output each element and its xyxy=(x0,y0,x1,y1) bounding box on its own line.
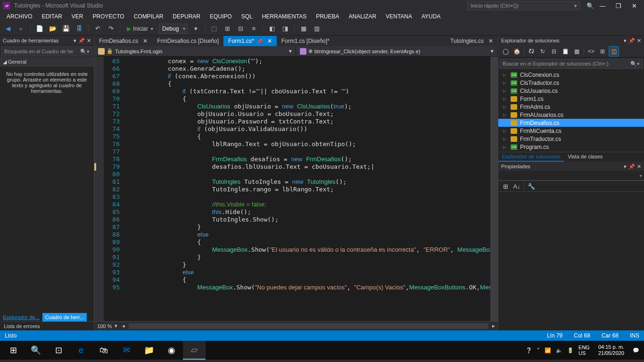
tree-item[interactable]: ▷C#Program.cs xyxy=(498,143,644,151)
pin-icon[interactable]: 📌 xyxy=(78,38,85,43)
vs-taskbar-icon[interactable]: ▱ xyxy=(183,341,206,360)
horizontal-scrollbar[interactable] xyxy=(129,323,488,329)
close-button[interactable]: ✕ xyxy=(627,2,641,9)
tool-icon-4[interactable]: ≡ xyxy=(248,24,259,34)
vertical-scrollbar[interactable] xyxy=(490,57,498,321)
system-tray[interactable]: ❔ ˄ 📶 🔈 🔋 ENG US 04:15 p. m. 21/05/2020 … xyxy=(526,344,642,356)
sol-design-icon[interactable]: ⊞ xyxy=(597,46,608,57)
new-project-icon[interactable]: 📄 xyxy=(34,24,45,34)
tree-item[interactable]: ▷FrmDesafios.cs xyxy=(498,119,644,127)
close-panel-icon[interactable]: ✕ xyxy=(87,38,91,43)
toolbox-group-general[interactable]: ◢ General xyxy=(0,58,94,66)
pin-icon[interactable]: 📌 xyxy=(628,38,635,43)
menu-analizar[interactable]: ANALIZAR xyxy=(345,12,380,21)
props-alpha-icon[interactable]: A↓ xyxy=(512,181,522,191)
zoom-level[interactable]: 100 % xyxy=(97,323,112,329)
network-icon[interactable]: 📶 xyxy=(545,347,551,354)
nav-fwd-icon[interactable]: ▸ xyxy=(16,24,26,34)
tree-item[interactable]: ▷Form1.cs xyxy=(498,95,644,103)
tree-item[interactable]: ▷FrmAdmi.cs xyxy=(498,103,644,111)
dropdown-icon[interactable]: ▾ xyxy=(74,38,76,43)
open-icon[interactable]: 📂 xyxy=(48,24,58,34)
battery-icon[interactable]: 🔋 xyxy=(567,347,574,354)
tree-item[interactable]: ▷C#ClsConexion.cs xyxy=(498,71,644,79)
search-button[interactable]: 🔍 xyxy=(25,341,47,360)
save-all-icon[interactable]: 🗄 xyxy=(74,24,84,34)
pin-icon[interactable]: 📌 xyxy=(628,164,635,169)
doc-tab[interactable]: FrmDesafios.cs✕ xyxy=(94,36,152,46)
doc-tab[interactable]: TutoIngles.cs✕ xyxy=(446,36,498,46)
notifications-icon[interactable]: 💬 xyxy=(633,347,639,354)
properties-object-combo[interactable]: ▾ xyxy=(498,171,644,181)
menu-depurar[interactable]: DEPURAR xyxy=(169,12,204,21)
tool-icon-8[interactable]: ▥ xyxy=(312,24,322,34)
start-debug-button[interactable]: ▶Iniciar▾ xyxy=(124,25,156,33)
chrome-icon[interactable]: ◉ xyxy=(160,341,183,360)
menu-ver[interactable]: VER xyxy=(68,12,87,21)
sol-back-icon[interactable]: ◯ xyxy=(500,46,511,57)
close-panel-icon[interactable]: ✕ xyxy=(637,38,641,43)
maximize-button[interactable]: ❐ xyxy=(611,2,626,9)
props-categorized-icon[interactable]: ⊞ xyxy=(500,181,511,191)
tool-icon-5[interactable]: ◧ xyxy=(267,24,277,34)
sol-code-icon[interactable]: <> xyxy=(586,46,596,57)
redo-icon[interactable]: ↷ xyxy=(106,24,116,34)
menu-editar[interactable]: EDITAR xyxy=(38,12,66,21)
hscroll-right-icon[interactable]: ▸ xyxy=(492,323,495,329)
hscroll-left-icon[interactable]: ◂ xyxy=(122,323,125,329)
tree-item[interactable]: ▷FrmMiCuenta.cs xyxy=(498,127,644,135)
menu-herramientas[interactable]: HERRAMIENTAS xyxy=(258,12,310,21)
tab-toolbox[interactable]: Cuadro de herr... xyxy=(42,313,87,321)
sol-sync-icon[interactable]: 🗘 xyxy=(526,46,537,57)
menu-compilar[interactable]: COMPILAR xyxy=(130,12,167,21)
task-view-button[interactable]: ⊡ xyxy=(47,341,70,360)
doc-tab[interactable]: Form1.cs*📌✕ xyxy=(223,36,277,46)
tool-icon-2[interactable]: ⊞ xyxy=(222,24,232,34)
tool-icon-6[interactable]: ◨ xyxy=(280,24,290,34)
menu-ventana[interactable]: VENTANA xyxy=(382,12,416,21)
class-combo[interactable]: 🔒 TutoIngles.FrmLogin▾ xyxy=(94,46,296,56)
menu-equipo[interactable]: EQUIPO xyxy=(206,12,236,21)
save-icon[interactable]: 💾 xyxy=(61,24,71,34)
mail-icon[interactable]: ✉ xyxy=(115,341,138,360)
clock[interactable]: 04:15 p. m. 21/05/2020 xyxy=(594,344,628,356)
config-combo[interactable]: Debug xyxy=(159,24,188,34)
nav-back-icon[interactable]: ◀ xyxy=(3,24,13,34)
sol-preview-icon[interactable]: ◫ xyxy=(609,46,619,57)
tool-icon-1[interactable]: ⬚ xyxy=(209,24,219,34)
dropdown-icon[interactable]: ▾ xyxy=(624,38,627,43)
close-panel-icon[interactable]: ✕ xyxy=(637,164,641,169)
tree-item[interactable]: ▷C#ClsTraductor.cs xyxy=(498,79,644,87)
sol-home-icon[interactable]: 🏠 xyxy=(512,46,522,57)
props-events-icon[interactable]: 🔧 xyxy=(526,181,537,191)
sol-props-icon[interactable]: ▦ xyxy=(571,46,582,57)
sol-collapse-icon[interactable]: ⊟ xyxy=(549,46,559,57)
store-icon[interactable]: 🛍 xyxy=(92,341,115,360)
breakpoint-margin[interactable] xyxy=(94,57,104,321)
minimize-button[interactable]: — xyxy=(595,2,610,9)
code-editor[interactable]: 65 66 67 68 69 70 71 72 73 74 75 76 77 7… xyxy=(94,57,498,321)
doc-tab[interactable]: FrmDesafios.cs [Diseño] xyxy=(152,36,223,46)
volume-icon[interactable]: 🔈 xyxy=(556,347,562,354)
tab-server-explorer[interactable]: Explorador de... xyxy=(0,313,42,321)
tree-item[interactable]: ▷C#ClsUsuarios.cs xyxy=(498,87,644,95)
tree-item[interactable]: ▷FrmTraductor.cs xyxy=(498,135,644,143)
menu-sql[interactable]: SQL xyxy=(238,12,256,21)
quick-launch-input[interactable]: Inicio rápido (Ctrl+Q)▾ xyxy=(467,1,580,10)
edge-icon[interactable]: e xyxy=(70,341,92,360)
tab-solution-explorer[interactable]: Explorador de soluciones xyxy=(498,152,564,162)
properties-grid[interactable] xyxy=(498,192,644,330)
tool-icon-3[interactable]: ⊟ xyxy=(235,24,246,34)
zoom-dropdown-icon[interactable]: ▾ xyxy=(115,323,117,329)
code-content[interactable]: conex = new ClsConexion(""); conex.Gener… xyxy=(124,57,490,321)
toolbox-search-input[interactable]: Búsqueda en el Cuadro de he🔍▾ xyxy=(1,46,93,57)
menu-proyecto[interactable]: PROYECTO xyxy=(89,12,128,21)
tree-item[interactable]: ▷FrmAUsuarios.cs xyxy=(498,111,644,119)
solution-search-input[interactable]: Buscar en el Explorador de soluciones (C… xyxy=(499,58,643,69)
menu-ayuda[interactable]: AYUDA xyxy=(418,12,444,21)
solution-tree[interactable]: ▷C#ClsConexion.cs▷C#ClsTraductor.cs▷C#Cl… xyxy=(498,70,644,152)
method-combo[interactable]: ⊕ btnIngresar_Click(object sender, Event… xyxy=(296,46,498,56)
sol-showall-icon[interactable]: 📋 xyxy=(560,46,570,57)
lang-indicator[interactable]: ENG US xyxy=(578,345,590,356)
start-button[interactable]: ⊞ xyxy=(2,341,25,360)
